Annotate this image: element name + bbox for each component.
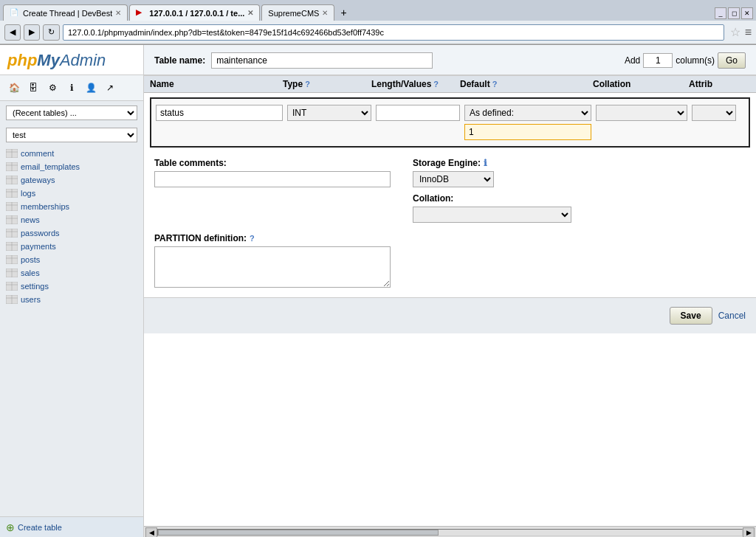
- go-button[interactable]: Go: [718, 52, 746, 69]
- table-name-label: Table name:: [154, 55, 205, 66]
- sidebar-table-item-memberships[interactable]: memberships: [0, 200, 143, 213]
- table-name-input[interactable]: [211, 52, 433, 69]
- sidebar-table-item-gateways[interactable]: gateways: [0, 173, 143, 187]
- tab-3[interactable]: SupremeCMS ✕: [261, 4, 334, 21]
- tab-3-close[interactable]: ✕: [322, 9, 328, 17]
- create-table-icon: ⊕: [6, 522, 15, 533]
- sidebar-table-item-comment[interactable]: comment: [0, 147, 143, 160]
- database-select-wrapper[interactable]: test: [6, 128, 137, 142]
- home-icon[interactable]: 🏠: [6, 80, 22, 96]
- comments-label: Table comments:: [154, 158, 391, 168]
- add-columns-group: Add column(s) Go: [625, 52, 746, 69]
- cancel-button[interactable]: Cancel: [718, 311, 746, 321]
- field-default-value-input[interactable]: [464, 124, 591, 140]
- sidebar-table-item-users[interactable]: users: [0, 293, 143, 306]
- column-headers: Name Type ? Length/Values ? Default ?: [144, 75, 756, 93]
- main-content: Table name: Add column(s) Go Name: [144, 45, 756, 526]
- sidebar-table-item-settings[interactable]: settings: [0, 280, 143, 293]
- bookmark-icon[interactable]: ☆: [730, 25, 740, 39]
- sidebar-table-item-payments[interactable]: payments: [0, 240, 143, 253]
- collation-group: Collation:: [413, 193, 571, 223]
- tab-1[interactable]: 📄 Create Thread | DevBest ✕: [3, 4, 128, 21]
- sidebar-table-item-posts[interactable]: posts: [0, 253, 143, 266]
- table-options: Table comments: Storage Engine: ℹ InnoDB: [144, 152, 756, 229]
- database-select[interactable]: test: [6, 128, 137, 142]
- field-null-select[interactable]: [692, 105, 736, 121]
- tab-1-title: Create Thread | DevBest: [23, 9, 112, 18]
- scroll-right-arrow[interactable]: ▶: [743, 527, 755, 538]
- comments-input[interactable]: [154, 171, 391, 187]
- scroll-track[interactable]: [157, 529, 743, 536]
- table-name-row: Table name: Add column(s) Go: [154, 52, 746, 69]
- top-section: Table name: Add column(s) Go: [144, 45, 756, 75]
- create-table-label: Create table: [18, 523, 62, 532]
- restore-button[interactable]: ◻: [728, 7, 740, 19]
- field-length-input[interactable]: [376, 105, 460, 121]
- sidebar-table-item-logs[interactable]: logs: [0, 187, 143, 200]
- recent-tables-select-wrapper[interactable]: (Recent tables) ...: [6, 105, 137, 120]
- header-default: Default ?: [460, 79, 593, 89]
- field-type-select[interactable]: INT VARCHAR TEXT BIGINT TINYINT SMALLINT…: [287, 105, 371, 121]
- tab-1-icon: 📄: [10, 8, 20, 18]
- field-name-input[interactable]: [156, 105, 283, 121]
- partition-section: PARTITION definition: ?: [144, 229, 756, 297]
- columns-count-input[interactable]: [643, 53, 673, 68]
- default-help-icon[interactable]: ?: [492, 80, 498, 89]
- back-button[interactable]: ◀: [4, 24, 21, 41]
- status-icon[interactable]: ℹ: [63, 80, 80, 96]
- main-panel: Table name: Add column(s) Go Name: [144, 45, 756, 537]
- field-default-group: As defined: NULL CURRENT_TIMESTAMP None: [464, 105, 591, 140]
- scroll-thumb[interactable]: [158, 530, 439, 536]
- header-collation: Collation: [593, 79, 689, 89]
- menu-icon[interactable]: ≡: [745, 26, 752, 39]
- field-collation-select[interactable]: [596, 105, 687, 121]
- nav-bar: ◀ ▶ ↻ ☆ ≡: [0, 21, 756, 44]
- sidebar-table-item-sales[interactable]: sales: [0, 266, 143, 280]
- collation-select[interactable]: [413, 207, 571, 223]
- tab-1-close[interactable]: ✕: [115, 9, 121, 17]
- logo-admin: Admin: [60, 51, 106, 69]
- browser-chrome: 📄 Create Thread | DevBest ✕ ▶ 127.0.0.1 …: [0, 0, 756, 45]
- collation-label: Collation:: [413, 193, 571, 204]
- partition-label: PARTITION definition: ?: [154, 233, 746, 243]
- create-table-button[interactable]: ⊕ Create table: [0, 516, 143, 537]
- tab-2-close[interactable]: ✕: [247, 9, 253, 17]
- app-layout: phpMyAdmin 🏠 🗄 ⚙ ℹ 👤 ↗ (Recent tables) .…: [0, 45, 756, 537]
- users-icon[interactable]: 👤: [83, 80, 99, 96]
- forward-button[interactable]: ▶: [24, 24, 40, 41]
- engine-collation-group: Storage Engine: ℹ InnoDB MyISAM MEMORY C…: [413, 158, 571, 223]
- tab-2[interactable]: ▶ 127.0.0.1 / 127.0.0.1 / te... ✕: [129, 4, 260, 21]
- type-help-icon[interactable]: ?: [305, 80, 310, 89]
- sidebar-table-item-news[interactable]: news: [0, 213, 143, 226]
- header-length: Length/Values ?: [371, 79, 460, 89]
- engine-help-icon[interactable]: ℹ: [484, 158, 487, 168]
- comments-group: Table comments:: [154, 158, 391, 187]
- length-help-icon[interactable]: ?: [433, 80, 439, 89]
- reload-button[interactable]: ↻: [43, 24, 60, 41]
- phpmyadmin-logo: phpMyAdmin: [0, 45, 143, 75]
- header-name: Name: [150, 79, 283, 89]
- tab-2-icon: ▶: [136, 8, 146, 18]
- address-bar[interactable]: [63, 24, 724, 41]
- storage-engine-label-group: Storage Engine: ℹ: [413, 158, 571, 168]
- minimize-button[interactable]: _: [715, 7, 726, 19]
- sidebar-table-item-passwords[interactable]: passwords: [0, 226, 143, 240]
- save-button[interactable]: Save: [670, 307, 712, 325]
- action-row: Save Cancel: [144, 297, 756, 333]
- export-icon[interactable]: ↗: [102, 80, 118, 96]
- sql-icon[interactable]: ⚙: [44, 80, 61, 96]
- new-tab-button[interactable]: +: [336, 4, 351, 21]
- tab-2-title: 127.0.0.1 / 127.0.0.1 / te...: [149, 9, 244, 18]
- sidebar-table-item-email_templates[interactable]: email_templates: [0, 160, 143, 173]
- close-window-button[interactable]: ✕: [741, 7, 753, 19]
- partition-textarea[interactable]: [154, 246, 391, 288]
- recent-tables-select[interactable]: (Recent tables) ...: [6, 105, 137, 120]
- storage-engine-select[interactable]: InnoDB MyISAM MEMORY CSV ARCHIVE: [413, 171, 494, 187]
- sidebar: phpMyAdmin 🏠 🗄 ⚙ ℹ 👤 ↗ (Recent tables) .…: [0, 45, 144, 537]
- horizontal-scrollbar[interactable]: ◀ ▶: [144, 526, 756, 537]
- field-default-select[interactable]: As defined: NULL CURRENT_TIMESTAMP None: [464, 105, 591, 121]
- tab-bar: 📄 Create Thread | DevBest ✕ ▶ 127.0.0.1 …: [0, 0, 756, 21]
- database-icon[interactable]: 🗄: [25, 80, 41, 96]
- scroll-left-arrow[interactable]: ◀: [145, 527, 157, 538]
- partition-help-icon[interactable]: ?: [250, 234, 255, 243]
